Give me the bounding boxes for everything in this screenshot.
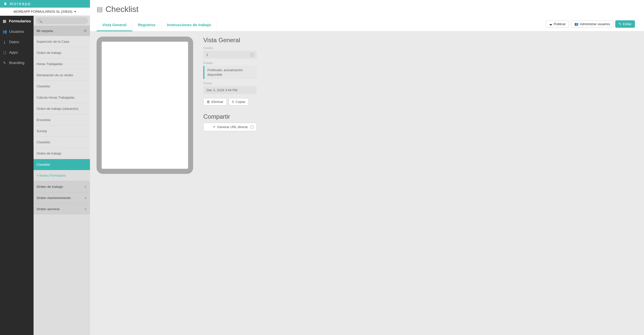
info-icon[interactable]: i [250,53,254,57]
share-heading: Compartir [203,113,257,120]
page-title-text: Checklist [105,5,139,14]
copy-label: Copiar [236,100,245,104]
publish-label: Publicar [554,22,566,26]
nav-label: Usuarios [9,29,24,34]
search-icon: 🔍 [38,19,42,23]
chevron-down-icon: ▼ [84,208,87,211]
nav-item-datos[interactable]: ⭳ Datos [0,37,34,47]
primary-nav: ▤ Formularios 👥 Usuarios ⭳ Datos ▢ Apps … [0,0,34,335]
state-value-box: Publicado, actualización disponible [203,66,257,79]
account-label: MOREAPP FORMULARIOS SL (33915) [13,10,72,13]
brand-name: moreapp [10,2,31,6]
nav-label: Apps [9,50,18,54]
costs-value: 1 [206,53,208,57]
users-icon: 👥 [574,22,578,26]
new-form-button[interactable]: + Nuevo Formulario [34,170,90,181]
tab-registros[interactable]: Registros [132,19,161,31]
publish-button[interactable]: ☁ Publicar [546,20,569,28]
brush-icon: ✎ [3,61,7,65]
folder-column: 🔍 Mi carpeta ⚙ Inspección de la Casa Ord… [34,0,90,335]
document-icon: ▤ [97,5,103,13]
date-value: Dec 3, 2018 3:44 PM [206,88,237,92]
form-item-selected[interactable]: Checklist [34,159,90,170]
collapsed-folder-label: Orden servicio [37,207,60,211]
manage-users-button[interactable]: 👥 Administrar usuarios [571,20,614,28]
pencil-icon: ✎ [619,22,621,26]
collapsed-folder-label: Orden mantenimiento [37,196,71,200]
generate-url-label: Generar URL directa [217,125,248,129]
nav-item-branding[interactable]: ✎ Branding [0,57,34,68]
users-icon: 👥 [3,29,7,34]
folder-header[interactable]: Mi carpeta ⚙ [34,26,90,36]
tabs: Vista General Registros Instrucciones de… [97,19,217,31]
chevron-down-icon: ▼ [84,196,87,200]
collapsed-folder-label: Orden de trabajo [37,185,63,189]
page-title: ▤ Checklist [97,5,637,14]
form-item[interactable]: Calcula Horas Trabajadas [34,92,90,103]
delete-button[interactable]: 🗑 Eliminar [203,98,227,105]
collapsed-folder[interactable]: Orden servicio ▼ [34,203,90,215]
form-item[interactable]: Orden de trabajo [34,148,90,159]
logo-leaf-icon [3,2,8,6]
gear-icon[interactable]: ⚙ [84,29,87,33]
nav-item-usuarios[interactable]: 👥 Usuarios [0,26,34,37]
account-selector[interactable]: MOREAPP FORMULARIOS SL (33915) ▼ [0,8,90,16]
search-input[interactable] [36,17,88,24]
form-item[interactable]: Encuesta [34,114,90,125]
form-item[interactable]: Inspección de la Casa [34,36,90,47]
manage-users-label: Administrar usuarios [580,22,610,26]
tab-actions: ☁ Publicar 👥 Administrar usuarios ✎ Edit… [546,20,637,30]
state-label: Estado [203,61,257,65]
tablet-preview-frame [97,37,193,174]
nav-label: Branding [9,60,24,65]
collapsed-folder[interactable]: Orden de trabajo ▼ [34,181,90,192]
cloud-upload-icon: ☁ [549,22,552,26]
main-header: ▤ Checklist Vista General Registros Inst… [90,0,644,32]
costs-label: Costes [203,46,257,50]
form-item[interactable]: Survey [34,125,90,136]
details-panel: Vista General Costes 1 i Estado Publicad… [203,37,257,174]
info-icon[interactable]: i [250,125,254,129]
chevron-down-icon: ▼ [84,185,87,188]
form-icon: ▤ [3,19,6,23]
download-icon: ⭳ [3,40,7,44]
tablet-icon: ▢ [3,50,7,54]
trash-icon: 🗑 [207,100,210,104]
edit-button[interactable]: ✎ Editar [615,20,635,28]
form-item[interactable]: Declaración de un recibo [34,69,90,81]
copy-icon: ⎘ [232,100,234,104]
edit-label: Editar [623,22,632,26]
tab-vista-general[interactable]: Vista General [97,19,132,31]
nav-label: Formularios [9,19,31,23]
form-item[interactable]: Checklist [34,81,90,92]
tab-instrucciones[interactable]: Instrucciones de trabajo [161,19,217,31]
delete-label: Eliminar [211,100,223,104]
form-list: Inspección de la Casa Orden de trabajo H… [34,36,90,181]
form-item[interactable]: Checklist [34,136,90,148]
form-item[interactable]: Orden de trabajo (ubicación) [34,103,90,114]
generate-url-button[interactable]: ↗ Generar URL directa i [203,123,257,131]
nav-item-apps[interactable]: ▢ Apps [0,47,34,57]
tablet-preview-screen [102,42,188,169]
brand-bar: moreapp [0,0,90,8]
external-link-icon: ↗ [212,125,215,129]
date-label: Fecha [203,82,257,85]
collapsed-folder[interactable]: Orden mantenimiento ▼ [34,192,90,203]
form-item[interactable]: Horas Trabajadas [34,58,90,69]
nav-label: Datos [9,40,19,44]
costs-value-box: 1 i [203,51,257,59]
copy-button[interactable]: ⎘ Copiar [229,98,249,105]
state-value: Publicado, actualización disponible [207,68,254,77]
nav-item-formularios[interactable]: ▤ Formularios [0,16,34,26]
overview-heading: Vista General [203,37,257,44]
main-content: ▤ Checklist Vista General Registros Inst… [90,0,644,335]
caret-down-icon: ▼ [74,10,76,13]
folder-name: Mi carpeta [37,29,53,33]
form-item[interactable]: Orden de trabajo [34,47,90,58]
date-value-box: Dec 3, 2018 3:44 PM [203,86,257,94]
